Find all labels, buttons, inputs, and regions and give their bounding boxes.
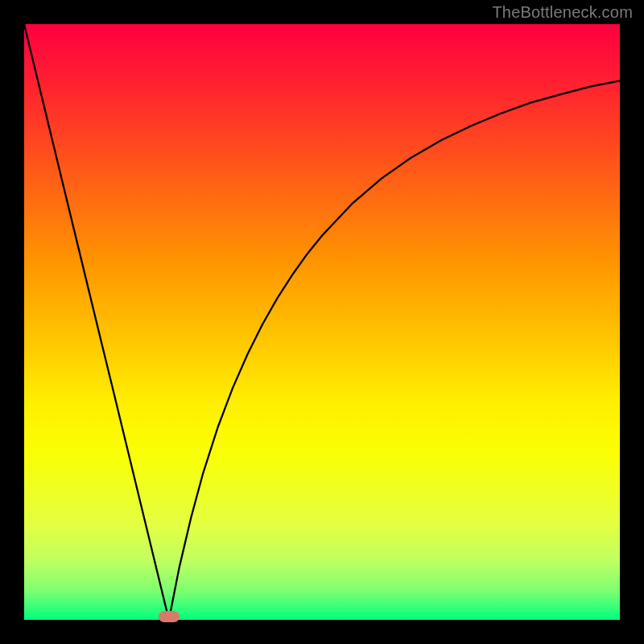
curve-svg [24, 24, 620, 620]
curve-right-branch [169, 80, 620, 620]
curve-left-branch [24, 24, 169, 620]
bottleneck-marker [159, 611, 180, 622]
chart-frame: TheBottleneck.com [0, 0, 644, 644]
plot-area [24, 24, 620, 620]
watermark-text: TheBottleneck.com [492, 3, 633, 22]
